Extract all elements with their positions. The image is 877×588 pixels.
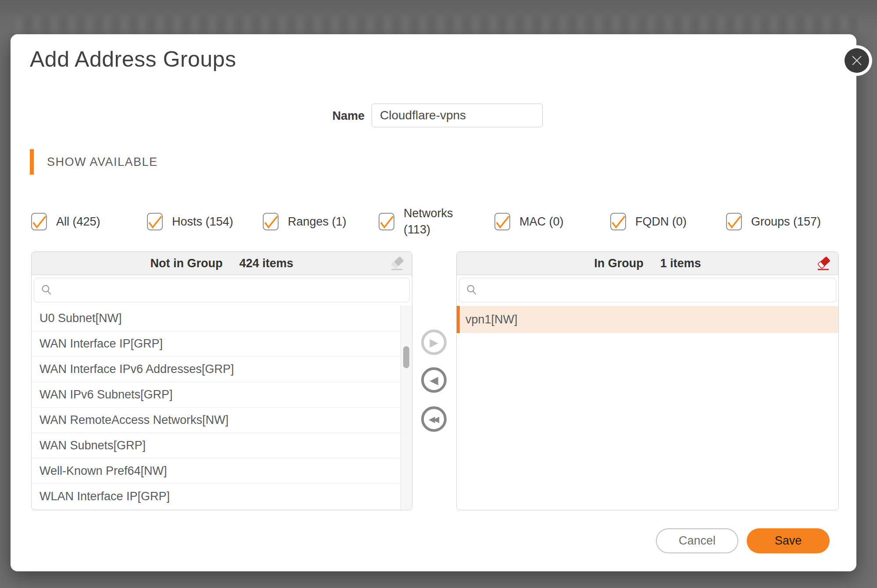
panel-item-count: 1 items xyxy=(660,257,701,270)
filter-checkbox-item[interactable]: Hosts (154) xyxy=(147,205,263,238)
checkbox-checked-icon[interactable] xyxy=(610,213,626,230)
close-button[interactable] xyxy=(841,45,872,76)
filter-label: Networks (113) xyxy=(404,205,479,238)
arrow-left-icon: ◀ xyxy=(430,375,438,386)
section-label: SHOW AVAILABLE xyxy=(47,155,158,169)
list-item[interactable]: Well-Known Pref64[NW] xyxy=(32,459,401,484)
list-item-label: vpn1[NW] xyxy=(465,313,518,326)
checkbox-checked-icon[interactable] xyxy=(726,213,742,230)
in-group-selected-item[interactable]: vpn1[NW] xyxy=(457,306,838,333)
search-icon xyxy=(40,283,54,297)
not-in-group-panel: Not in Group 424 items U0 Subnet[ xyxy=(31,251,412,510)
list-item[interactable]: WAN RemoteAccess Networks[NW] xyxy=(32,408,401,433)
selected-accent-bar xyxy=(457,306,460,333)
double-arrow-left-icon: ◀◀ xyxy=(429,415,437,423)
panel-title: In Group xyxy=(594,257,643,270)
filter-label: All (425) xyxy=(56,214,100,230)
move-left-button[interactable]: ◀ xyxy=(421,367,447,393)
filter-checkbox-item[interactable]: Ranges (1) xyxy=(263,205,379,238)
not-in-group-header: Not in Group 424 items xyxy=(32,252,412,275)
type-filter-row: All (425) Hosts (154) Ranges (1) Netwo xyxy=(31,205,842,238)
move-all-left-button[interactable]: ◀◀ xyxy=(421,406,447,432)
cancel-button[interactable]: Cancel xyxy=(656,528,738,553)
filter-checkbox-item[interactable]: Groups (157) xyxy=(726,205,842,238)
filter-label: MAC (0) xyxy=(519,214,564,230)
filter-checkbox-item[interactable]: FQDN (0) xyxy=(610,205,726,238)
in-group-header: In Group 1 items xyxy=(457,252,838,275)
eraser-red-icon[interactable] xyxy=(816,255,833,272)
list-item[interactable]: WAN Interface IP[GRP] xyxy=(32,331,401,357)
list-item[interactable]: WAN Interface IPv6 Addresses[GRP] xyxy=(32,357,401,382)
in-group-search xyxy=(459,278,836,302)
not-in-group-list: U0 Subnet[NW]WAN Interface IP[GRP]WAN In… xyxy=(32,306,401,509)
filter-label: FQDN (0) xyxy=(635,214,687,230)
checkbox-checked-icon[interactable] xyxy=(147,213,163,230)
scrollbar-track[interactable] xyxy=(401,305,412,510)
add-address-groups-dialog: Add Address Groups Name SHOW AVAILABLE A… xyxy=(11,34,856,571)
filter-checkbox-item[interactable]: MAC (0) xyxy=(494,205,610,238)
checkbox-checked-icon[interactable] xyxy=(263,213,279,230)
panel-item-count: 424 items xyxy=(239,257,293,270)
filter-label: Ranges (1) xyxy=(288,214,347,230)
filter-checkbox-item[interactable]: All (425) xyxy=(31,205,147,238)
section-accent-bar xyxy=(30,149,34,175)
show-available-section: SHOW AVAILABLE xyxy=(30,149,158,175)
search-input[interactable] xyxy=(58,278,409,302)
arrow-right-icon: ▶ xyxy=(430,337,438,348)
page-title: Add Address Groups xyxy=(30,47,236,72)
list-item[interactable]: U0 Subnet[NW] xyxy=(32,306,401,331)
checkbox-checked-icon[interactable] xyxy=(494,213,510,230)
checkbox-checked-icon[interactable] xyxy=(31,213,47,230)
name-label: Name xyxy=(332,109,365,123)
close-icon xyxy=(845,48,869,73)
list-item[interactable]: WAN IPv6 Subnets[GRP] xyxy=(32,382,401,408)
filter-label: Hosts (154) xyxy=(172,214,233,230)
not-in-group-search xyxy=(34,278,410,302)
name-input[interactable] xyxy=(372,104,543,127)
checkbox-checked-icon[interactable] xyxy=(379,213,394,230)
save-button[interactable]: Save xyxy=(747,528,830,553)
filter-checkbox-item[interactable]: Networks (113) xyxy=(379,205,494,238)
filter-label: Groups (157) xyxy=(751,214,821,230)
name-row: Name xyxy=(11,104,856,128)
search-icon xyxy=(465,283,479,297)
move-right-button[interactable]: ▶ xyxy=(421,330,447,355)
search-input[interactable] xyxy=(483,278,836,302)
eraser-icon[interactable] xyxy=(389,255,407,272)
scrollbar-thumb[interactable] xyxy=(403,346,409,368)
list-item[interactable]: WAN Subnets[GRP] xyxy=(32,433,401,459)
in-group-panel: In Group 1 items vpn1[NW] xyxy=(456,251,839,510)
panel-title: Not in Group xyxy=(150,257,222,270)
list-item[interactable]: WLAN Interface IP[GRP] xyxy=(32,484,401,509)
blurred-page-behind xyxy=(16,17,861,33)
